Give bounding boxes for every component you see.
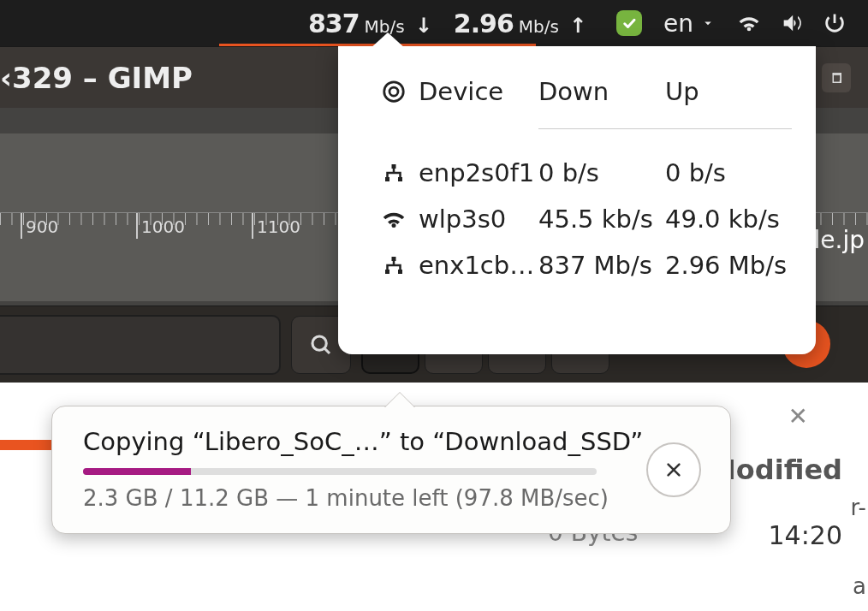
device-up: 2.96 Mb/s [665, 251, 792, 280]
status-ok-icon[interactable] [616, 10, 642, 36]
svg-rect-10 [392, 257, 396, 261]
toast-cancel-button[interactable] [646, 442, 701, 497]
copy-toast: Copying “Libero_SoC_…” to “Download_SSD”… [51, 406, 731, 534]
ethernet-icon [381, 252, 407, 278]
svg-rect-7 [392, 164, 396, 169]
svg-point-5 [384, 82, 404, 102]
arrow-up-icon: ↑ [569, 14, 586, 38]
top-panel: 837 Mb/s ↓ 2.96 Mb/s ↑ en [0, 0, 868, 46]
lang-label: en [663, 9, 693, 38]
gear-icon[interactable] [381, 79, 407, 104]
svg-point-6 [389, 87, 398, 96]
net-down-value: 837 [308, 9, 360, 39]
power-icon[interactable] [823, 11, 847, 35]
device-down: 837 Mb/s [538, 251, 665, 280]
popover-header-down: Down [538, 77, 665, 106]
svg-rect-9 [398, 177, 402, 181]
lang-indicator[interactable]: en [663, 9, 716, 38]
window-title: ‹329 – GIMP [0, 61, 193, 95]
device-name: enp2s0f1 [419, 158, 534, 187]
arrow-down-icon: ↓ [415, 14, 432, 38]
svg-line-2 [324, 347, 330, 353]
ruler-tick-900: 900 [26, 217, 58, 237]
toast-progress-bar [83, 468, 191, 475]
device-down: 0 b/s [538, 158, 665, 187]
svg-rect-8 [385, 177, 389, 181]
device-up: 0 b/s [665, 158, 792, 187]
net-up-value: 2.96 [454, 9, 514, 39]
wifi-icon [381, 206, 407, 232]
toast-title: Copying “Libero_SoC_…” to “Download_SSD” [83, 427, 699, 456]
system-tray[interactable] [737, 11, 847, 35]
popover-header-up: Up [665, 77, 792, 106]
file-row-time: 14:20 [769, 520, 842, 550]
chevron-down-icon [700, 15, 716, 31]
net-up-indicator[interactable]: 2.96 Mb/s ↑ [454, 9, 586, 39]
toast-progress [83, 468, 597, 475]
device-up: 49.0 kb/s [665, 205, 792, 234]
popover-arrow-icon [369, 33, 407, 50]
ruler-tick-1000: 1000 [141, 217, 185, 237]
edge-peek-right-2: a [853, 573, 866, 599]
device-down: 45.5 kb/s [538, 205, 665, 234]
popover-header-device: Device [419, 77, 503, 106]
toast-subtext: 2.3 GB / 11.2 GB — 1 minute left (97.8 M… [83, 485, 699, 511]
ethernet-icon [381, 160, 407, 186]
device-name: enx1cb… [419, 251, 534, 280]
search-icon [308, 332, 334, 358]
path-field[interactable] [0, 315, 281, 375]
window-restore-button[interactable] [822, 63, 851, 92]
device-row[interactable]: enx1cb… [381, 251, 538, 280]
net-up-unit: Mb/s [519, 16, 559, 37]
svg-rect-12 [398, 270, 402, 274]
edge-peek-right-1: r- [851, 495, 866, 520]
device-row[interactable]: wlp3s0 [381, 205, 538, 234]
popover-divider [538, 128, 792, 129]
device-name: wlp3s0 [419, 205, 506, 234]
device-row[interactable]: enp2s0f1 [381, 158, 538, 187]
svg-rect-11 [385, 270, 389, 274]
toast-arrow-icon [384, 393, 415, 408]
ruler-tick-1100: 1100 [257, 217, 300, 237]
close-icon[interactable]: ✕ [788, 402, 808, 430]
close-icon [664, 460, 683, 479]
network-popover: Device Down Up enp2s0f1 0 b/s 0 b/s wlp3… [338, 46, 816, 354]
wifi-icon[interactable] [737, 11, 761, 35]
volume-icon[interactable] [780, 11, 804, 35]
